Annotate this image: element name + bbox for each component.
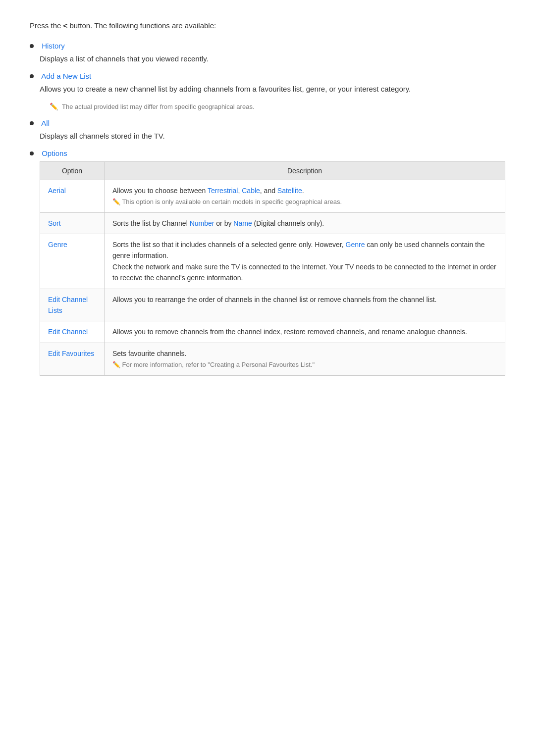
bullet-dot [30, 121, 34, 125]
all-description: Displays all channels stored in the TV. [40, 130, 485, 142]
option-sort: Sort [40, 212, 105, 234]
link-cable: Cable [242, 187, 260, 195]
option-genre: Genre [40, 234, 105, 289]
history-title: History [42, 42, 65, 50]
table-header-description: Description [105, 161, 505, 180]
desc-edit-favourites: Sets favourite channels. ✏️ For more inf… [105, 343, 505, 375]
link-name: Name [233, 219, 252, 227]
desc-genre: Sorts the list so that it includes chann… [105, 234, 505, 289]
option-aerial: Aerial [40, 180, 105, 212]
table-row: Sort Sorts the list by Channel Number or… [40, 212, 505, 234]
table-row: Edit ChannelLists Allows you to rearrang… [40, 289, 505, 321]
options-title: Options [42, 149, 67, 157]
list-item-all: All Displays all channels stored in the … [30, 119, 505, 142]
add-new-list-description: Allows you to create a new channel list … [40, 83, 485, 95]
bullet-dot [30, 151, 34, 155]
options-table-section: Option Description Aerial Allows you to … [40, 161, 505, 376]
link-terrestrial: Terrestrial [208, 187, 238, 195]
desc-edit-channel: Allows you to remove channels from the c… [105, 321, 505, 343]
note-icon: ✏️ [50, 102, 58, 110]
add-new-list-note-text: The actual provided list may differ from… [62, 102, 255, 112]
aerial-note: ✏️ This option is only available on cert… [112, 198, 342, 205]
list-item-add-new-list: Add a New List Allows you to create a ne… [30, 72, 505, 112]
table-row: Genre Sorts the list so that it includes… [40, 234, 505, 289]
bullet-dot [30, 74, 34, 78]
desc-edit-channel-lists: Allows you to rearrange the order of cha… [105, 289, 505, 321]
option-edit-channel-lists: Edit ChannelLists [40, 289, 105, 321]
intro-paragraph: Press the < button. The following functi… [30, 20, 505, 32]
all-title: All [41, 119, 50, 127]
edit-favourites-note: ✏️ For more information, refer to "Creat… [112, 361, 315, 368]
link-genre: Genre [346, 241, 365, 249]
list-item-history: History Displays a list of channels that… [30, 42, 505, 65]
option-edit-favourites: Edit Favourites [40, 343, 105, 375]
table-header-option: Option [40, 161, 105, 180]
list-item-options: Options Option Description Aerial Allows… [30, 149, 505, 376]
add-new-list-title: Add a New List [41, 72, 91, 80]
desc-sort: Sorts the list by Channel Number or by N… [105, 212, 505, 234]
link-number: Number [190, 219, 214, 227]
option-edit-channel: Edit Channel [40, 321, 105, 343]
table-row: Edit Favourites Sets favourite channels.… [40, 343, 505, 375]
link-satellite: Satellite [277, 187, 302, 195]
feature-list: History Displays a list of channels that… [30, 42, 505, 376]
history-description: Displays a list of channels that you vie… [40, 53, 485, 65]
chevron-icon: < [63, 20, 68, 32]
desc-aerial: Allows you to choose between Terrestrial… [105, 180, 505, 212]
table-row: Edit Channel Allows you to remove channe… [40, 321, 505, 343]
options-table: Option Description Aerial Allows you to … [40, 161, 505, 376]
table-row: Aerial Allows you to choose between Terr… [40, 180, 505, 212]
add-new-list-note-box: ✏️ The actual provided list may differ f… [50, 102, 505, 112]
bullet-dot [30, 44, 34, 48]
